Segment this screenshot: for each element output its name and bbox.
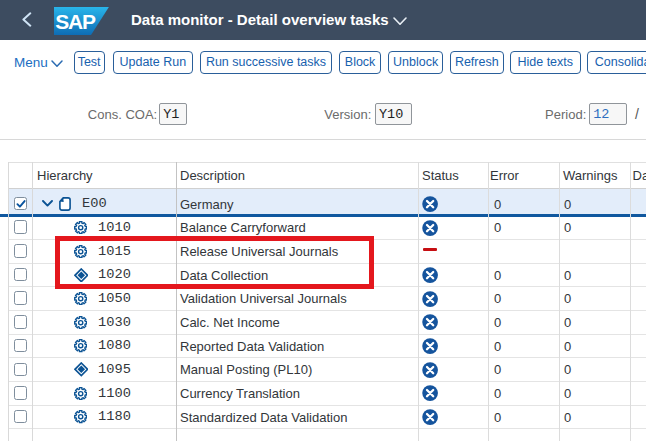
svg-text:SAP: SAP	[55, 10, 96, 33]
